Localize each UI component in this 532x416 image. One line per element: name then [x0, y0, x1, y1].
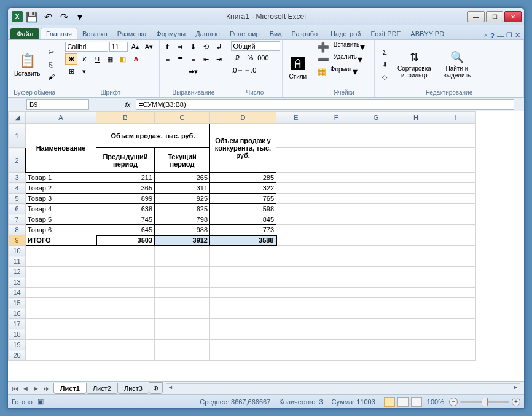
- fx-button[interactable]: fx: [122, 99, 133, 110]
- cell[interactable]: [396, 194, 436, 204]
- cell[interactable]: [436, 246, 476, 256]
- cell[interactable]: [396, 340, 436, 350]
- tab-view[interactable]: Вид: [265, 28, 287, 39]
- cell[interactable]: [276, 124, 316, 148]
- zoom-slider[interactable]: [460, 401, 509, 403]
- cell[interactable]: [276, 235, 316, 246]
- cell[interactable]: 765: [210, 194, 276, 204]
- cell[interactable]: [316, 183, 356, 194]
- cell[interactable]: [396, 308, 436, 319]
- cell[interactable]: [396, 319, 436, 329]
- cell[interactable]: [396, 183, 436, 194]
- row-header[interactable]: 13: [9, 277, 26, 288]
- shrink-font-button[interactable]: A▾: [143, 41, 155, 52]
- cut-button[interactable]: ✂: [45, 47, 57, 58]
- cell[interactable]: [96, 288, 155, 298]
- cell[interactable]: [155, 277, 210, 288]
- cell[interactable]: [396, 277, 436, 288]
- cell[interactable]: [26, 308, 96, 319]
- cell[interactable]: [396, 124, 436, 148]
- row-header[interactable]: 20: [9, 350, 26, 361]
- tab-insert[interactable]: Вставка: [77, 28, 112, 39]
- row-header[interactable]: 8: [9, 225, 26, 235]
- autosum-button[interactable]: Σ: [378, 47, 391, 58]
- cell[interactable]: [276, 340, 316, 350]
- cell[interactable]: Текущий период: [155, 148, 210, 173]
- cell[interactable]: [316, 194, 356, 204]
- border-all-button[interactable]: ⊞: [65, 66, 77, 77]
- cell[interactable]: 988: [155, 225, 210, 235]
- undo-button[interactable]: ↶: [41, 10, 55, 23]
- cell[interactable]: [276, 194, 316, 204]
- cell[interactable]: [316, 148, 356, 173]
- fill-color-button[interactable]: ◧: [117, 53, 129, 65]
- cell[interactable]: [396, 148, 436, 173]
- cell[interactable]: [155, 308, 210, 319]
- cell[interactable]: [210, 246, 276, 256]
- cell[interactable]: 265: [155, 173, 210, 183]
- border-dropdown[interactable]: ▾: [78, 66, 90, 77]
- increase-decimal-button[interactable]: .0→: [231, 65, 243, 76]
- cell[interactable]: [96, 267, 155, 277]
- cell[interactable]: [396, 256, 436, 267]
- view-layout-button[interactable]: [397, 397, 409, 407]
- cell-C9[interactable]: 3912: [155, 235, 210, 246]
- cell[interactable]: [436, 225, 476, 235]
- view-normal-button[interactable]: [384, 397, 395, 407]
- cell[interactable]: [436, 288, 476, 298]
- font-size-select[interactable]: [109, 42, 128, 52]
- col-header-D[interactable]: D: [210, 112, 276, 124]
- tab-layout[interactable]: Разметка: [112, 28, 152, 39]
- cell[interactable]: [356, 225, 396, 235]
- cell[interactable]: [356, 340, 396, 350]
- cell[interactable]: [26, 350, 96, 361]
- row-header[interactable]: 18: [9, 329, 26, 340]
- cell[interactable]: ИТОГО: [26, 235, 96, 246]
- italic-button[interactable]: К: [78, 53, 90, 65]
- help-button[interactable]: ?: [490, 32, 495, 39]
- cell-D9[interactable]: 3588: [210, 235, 276, 246]
- col-header-B[interactable]: B: [96, 112, 155, 124]
- cell[interactable]: [396, 246, 436, 256]
- row-header[interactable]: 9: [9, 235, 26, 246]
- cell[interactable]: [316, 225, 356, 235]
- row-header[interactable]: 3: [9, 173, 26, 183]
- zoom-level[interactable]: 100%: [427, 398, 444, 406]
- wrap-text-button[interactable]: ↲: [213, 41, 225, 52]
- align-bottom-button[interactable]: ⬇: [187, 41, 200, 52]
- row-header[interactable]: 11: [9, 256, 26, 267]
- cell[interactable]: [26, 256, 96, 267]
- col-header-G[interactable]: G: [356, 112, 396, 124]
- cell[interactable]: Товар 2: [26, 183, 96, 194]
- cell[interactable]: 798: [155, 214, 210, 225]
- cell[interactable]: [155, 350, 210, 361]
- cell[interactable]: [436, 340, 476, 350]
- cell[interactable]: [96, 340, 155, 350]
- underline-button[interactable]: Ч: [91, 53, 103, 65]
- cell[interactable]: Объем продаж, тыс. руб.: [96, 124, 210, 148]
- cell[interactable]: [276, 246, 316, 256]
- cell[interactable]: [436, 256, 476, 267]
- cell[interactable]: [276, 319, 316, 329]
- cell[interactable]: [210, 308, 276, 319]
- new-sheet-button[interactable]: ⊕: [149, 382, 163, 394]
- tab-foxit[interactable]: Foxit PDF: [366, 28, 405, 39]
- redo-button[interactable]: ↷: [57, 10, 71, 23]
- align-top-button[interactable]: ⬆: [162, 41, 174, 52]
- cell[interactable]: [276, 173, 316, 183]
- row-header[interactable]: 4: [9, 183, 26, 194]
- row-header[interactable]: 16: [9, 308, 26, 319]
- format-painter-button[interactable]: 🖌: [45, 71, 57, 82]
- cell[interactable]: [396, 288, 436, 298]
- cell[interactable]: [26, 329, 96, 340]
- cell[interactable]: 322: [210, 183, 276, 194]
- cell[interactable]: [26, 340, 96, 350]
- cell[interactable]: [96, 319, 155, 329]
- row-header[interactable]: 19: [9, 340, 26, 350]
- row-header[interactable]: 12: [9, 267, 26, 277]
- cell-B9[interactable]: 3503: [96, 235, 155, 246]
- format-cells-button[interactable]: ▦ Формат ▾: [317, 66, 358, 77]
- cell[interactable]: [396, 204, 436, 214]
- file-tab[interactable]: Файл: [10, 28, 39, 39]
- cell[interactable]: [96, 350, 155, 361]
